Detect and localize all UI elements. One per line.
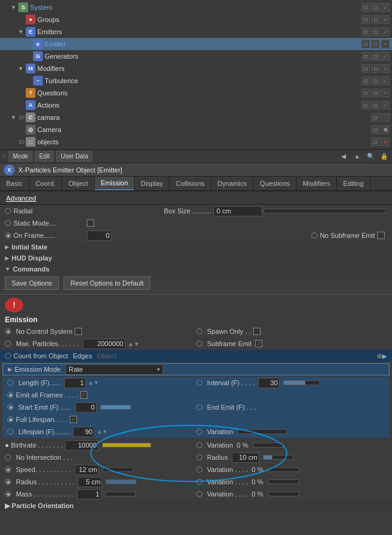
tree-item-generators[interactable]: G Generators □ □ ✓ [0,50,392,62]
length-input[interactable] [64,378,86,388]
tab-dynamics[interactable]: Dynamics [212,177,254,191]
lifespan-radio[interactable] [7,429,13,435]
section-particle-orientation[interactable]: ▶ Particle Orientation [0,500,392,511]
radius2-radio[interactable] [5,479,11,485]
emit-all-frames-radio[interactable] [7,392,13,398]
mode-button[interactable]: Mode [9,151,32,162]
spawn-only-radio[interactable] [196,328,202,334]
user-data-button[interactable]: User Data [56,151,92,162]
subframe-emit-radio[interactable] [196,341,202,347]
radius2-variation-radio[interactable] [196,479,202,485]
speed-input[interactable] [75,465,99,475]
tree-item-groups[interactable]: ● Groups □ □ ✓ [0,13,392,26]
lock-icon[interactable]: 🔒 [379,151,390,162]
reset-options-button[interactable]: Reset Options to Default [64,276,150,290]
radius-slider[interactable] [263,455,294,460]
length-radio[interactable] [7,380,13,386]
box-size-slider[interactable] [264,208,386,213]
tree-item-questions[interactable]: ? Questions □ □ ✓ [0,87,392,99]
speed-variation-radio[interactable] [196,467,202,473]
radius2-input[interactable] [78,477,102,487]
mass-variation-radio[interactable] [196,491,202,497]
tab-modifiers[interactable]: Modifiers [297,177,337,191]
arrow-left-icon[interactable]: ◀ [338,151,349,162]
radius2-slider[interactable] [106,479,136,484]
count-from-icon[interactable]: ⚙ [377,353,382,360]
radius-input[interactable] [232,452,259,463]
no-subframe-radio[interactable] [311,232,317,238]
tab-emission[interactable]: Emission [95,177,135,191]
birthrate-variation-radio[interactable] [196,442,202,448]
search-icon[interactable]: 🔍 [365,151,376,162]
static-mode-radio[interactable] [5,220,11,226]
birthrate-input[interactable] [65,440,98,451]
tree-item-camera[interactable]: ◎ Camera □ ⚙ [0,124,392,136]
speed-radio[interactable] [5,467,11,473]
tree-item-modifiers[interactable]: ▼ M Modifiers □ □ ✓ [0,62,392,75]
start-emit-radio[interactable] [7,404,13,410]
section-hud-display[interactable]: ▶ HUD Display [0,253,392,264]
radius2-variation-slider[interactable] [268,479,299,484]
mass-slider[interactable] [105,492,136,496]
tab-object[interactable]: Object [62,177,95,191]
tree-item-turbulence[interactable]: ~ Turbulence □ □ ✓ [0,75,392,87]
sub-tab-advanced[interactable]: Advanced [0,191,42,205]
tab-editing[interactable]: Editing [337,177,371,191]
max-particles-input[interactable] [83,339,125,349]
mass-variation-slider[interactable] [268,492,299,496]
tree-item-emitter[interactable]: e Emitter □ □ ✓ [0,38,392,50]
no-control-system-radio[interactable] [5,328,11,334]
tree-item-objects[interactable]: 10 □ objects □ ✗ [0,136,392,148]
static-mode-checkbox[interactable] [87,220,94,227]
save-options-button[interactable]: Save Options [5,276,59,290]
box-size-input[interactable] [213,206,262,216]
section-initial-state[interactable]: ▶ Initial State [0,242,392,253]
subframe-emit-checkbox[interactable]: ✓ [255,340,262,347]
interval-input[interactable] [258,378,279,388]
count-arrow[interactable]: ▶ [382,353,387,360]
mass-input[interactable] [77,489,102,500]
edit-button[interactable]: Edit [35,151,54,162]
on-frame-input[interactable] [87,231,111,241]
tree-toggle-emitters[interactable]: ▼ [17,28,24,35]
radius-radio[interactable] [196,454,202,460]
lifespan-input[interactable] [73,427,94,437]
start-emit-input[interactable] [75,402,97,413]
emission-mode-select[interactable]: Rate [65,364,163,375]
no-intersection-radio[interactable] [5,454,11,460]
tree-item-actions[interactable]: A Actions □ □ ✓ [0,99,392,111]
birthrate-variation-slider[interactable] [253,443,284,448]
interval-radio[interactable] [196,380,202,386]
arrow-up-icon[interactable]: ▲ [352,151,363,162]
tab-basic[interactable]: Basic [0,177,29,191]
mass-radio[interactable] [5,491,11,497]
radial-radio[interactable] [5,208,11,214]
count-from-radio[interactable] [5,353,11,359]
birthrate-slider[interactable] [102,443,151,448]
no-subframe-checkbox[interactable] [377,232,385,239]
lifespan-variation-radio[interactable] [196,429,202,435]
tree-toggle-system[interactable]: ▼ [10,4,17,11]
speed-variation-slider[interactable] [268,467,299,472]
interval-slider[interactable] [283,380,320,385]
tab-questions[interactable]: Questions [254,177,297,191]
spawn-only-checkbox[interactable] [253,328,261,335]
tree-item-system[interactable]: ▼ S System □ □ ✓ [0,1,392,13]
max-particles-radio[interactable] [5,341,11,347]
on-frame-radio[interactable] [5,232,11,238]
emit-all-frames-checkbox[interactable]: ✓ [80,391,87,399]
full-lifespan-radio[interactable] [7,416,13,422]
no-control-system-checkbox[interactable] [75,328,82,335]
tab-coord[interactable]: Coord. [29,177,62,191]
start-emit-slider[interactable] [100,405,131,410]
tab-display[interactable]: Display [135,177,169,191]
tree-item-emitters[interactable]: ▼ E Emitters □ □ ✓ [0,26,392,38]
speed-slider[interactable] [103,467,133,472]
tree-item-camara[interactable]: ▼ 10 C camara □ · [0,111,392,124]
end-emit-radio[interactable] [196,404,202,410]
emission-mode-dropdown-wrapper[interactable]: Rate ▼ [65,364,163,375]
tab-collisions[interactable]: Collisions [169,177,211,191]
full-lifespan-checkbox[interactable]: ✓ [70,416,77,423]
section-commands[interactable]: ▼ Commands [0,264,392,275]
lifespan-variation-slider[interactable] [238,429,287,434]
